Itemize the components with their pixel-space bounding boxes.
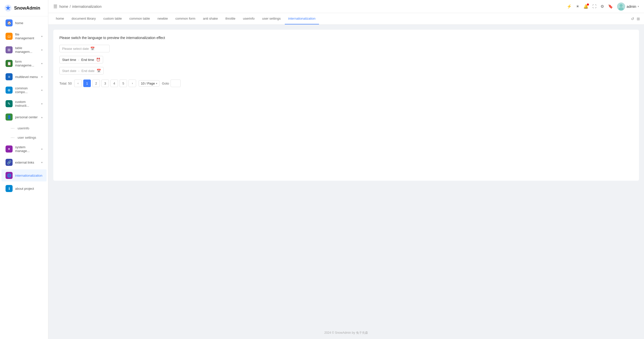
- user-area[interactable]: admin ▾: [617, 3, 639, 11]
- goto-label: Goto: [162, 82, 169, 85]
- custom-instructions-icon: ✎: [6, 100, 13, 107]
- home-icon: 🏠: [6, 19, 13, 26]
- chevron-icon: ▾: [41, 35, 43, 38]
- page-button-5[interactable]: 5: [119, 80, 127, 87]
- sidebar-item-home[interactable]: 🏠 home: [2, 17, 47, 29]
- end-date-label: End date: [82, 69, 95, 73]
- sidebar-label-common-components: common compo...: [15, 86, 39, 94]
- next-page-button[interactable]: ›: [129, 80, 136, 87]
- topbar-left: ☰ home / internationalization: [53, 4, 102, 9]
- common-components-icon: ⊕: [6, 87, 13, 94]
- settings-icon[interactable]: ⚙: [600, 4, 604, 9]
- footer-text: 2024 © SnowAdmin by 兔子先森: [324, 331, 368, 334]
- tab-throttle[interactable]: throttle: [222, 13, 239, 24]
- tab-user-settings[interactable]: user settings: [259, 13, 284, 24]
- per-page-select[interactable]: 10 / Page ▾: [139, 80, 159, 87]
- sidebar-label-multilevel-menu: multilevel menu: [15, 75, 39, 79]
- tab-internationalization[interactable]: internationalization: [285, 13, 319, 24]
- tab-document-library[interactable]: document library: [68, 13, 99, 24]
- goto-input[interactable]: [171, 80, 181, 87]
- topbar-right: ⚡ ☀ 🔔 ⛶ ⚙ 🔖 admin ▾: [567, 3, 639, 11]
- translate-icon[interactable]: ⚡: [567, 4, 572, 9]
- sidebar-item-about-project[interactable]: ℹ about project: [2, 182, 47, 195]
- tab-grid-icon[interactable]: ⊞: [637, 17, 640, 21]
- logo-icon: [4, 4, 12, 12]
- chevron-icon: ▾: [41, 49, 43, 51]
- per-page-label: 10 / Page: [141, 82, 155, 85]
- sidebar-item-table-management[interactable]: ⊞ table managem... ▾: [2, 44, 47, 56]
- start-date-label: Start date: [62, 69, 76, 73]
- tab-anti-shake[interactable]: anti shake: [199, 13, 221, 24]
- brightness-icon[interactable]: ☀: [576, 4, 579, 9]
- tab-custom-table[interactable]: custom table: [100, 13, 126, 24]
- file-management-icon: 🗂: [6, 33, 13, 40]
- page-button-2[interactable]: 2: [92, 80, 100, 87]
- end-time-label: End time: [81, 58, 94, 62]
- breadcrumb: home / internationalization: [59, 5, 102, 9]
- sidebar-label-home: home: [15, 21, 43, 25]
- personal-center-icon: 👤: [6, 114, 13, 121]
- footer: 2024 © SnowAdmin by 兔子先森: [48, 327, 644, 339]
- sidebar-item-custom-instructions[interactable]: ✎ custom instructi... ▾: [2, 97, 47, 110]
- chevron-icon: ▾: [41, 62, 43, 65]
- tab-home[interactable]: home: [52, 13, 68, 24]
- main-area: ☰ home / internationalization ⚡ ☀ 🔔 ⛶ ⚙ …: [48, 0, 644, 339]
- chevron-icon: ▾: [41, 102, 43, 105]
- sidebar-item-external-links[interactable]: 🔗 external links ▾: [2, 156, 47, 168]
- time-range-picker[interactable]: Start time - End time ⏰: [59, 56, 103, 63]
- chevron-icon: ▾: [41, 148, 43, 150]
- start-time-label: Start time: [62, 58, 76, 62]
- tab-common-table[interactable]: common table: [126, 13, 153, 24]
- notification-icon[interactable]: 🔔: [583, 4, 588, 9]
- sidebar-item-personal-center[interactable]: 👤 personal center ▴: [2, 111, 47, 123]
- page-button-4[interactable]: 4: [110, 80, 118, 87]
- tab-nav: home document library custom table commo…: [48, 13, 644, 25]
- sidebar-label-file-management: file management: [15, 32, 39, 40]
- fullscreen-icon[interactable]: ⛶: [592, 4, 596, 9]
- sidebar-subitem-label-userinfo: userinfo: [18, 126, 29, 130]
- sidebar-subitem-userinfo[interactable]: ⋯ userinfo: [2, 124, 47, 133]
- sidebar-item-internationalization[interactable]: 🌐 internationalization: [2, 169, 47, 181]
- sidebar-label-internationalization: internationalization: [15, 174, 43, 177]
- page-button-1[interactable]: 1: [83, 80, 91, 87]
- sidebar-logo: SnowAdmin: [0, 0, 48, 16]
- calendar-icon: 📅: [90, 47, 95, 51]
- sidebar-subitem-label-user-settings: user settings: [18, 136, 36, 139]
- bookmark-icon[interactable]: 🔖: [608, 4, 613, 9]
- tab-newbie[interactable]: newbie: [154, 13, 171, 24]
- breadcrumb-current: internationalization: [72, 5, 102, 9]
- time-range-row: Start time - End time ⏰: [59, 56, 633, 63]
- form-management-icon: 📋: [6, 60, 13, 67]
- calendar-range-icon: 📅: [97, 69, 101, 73]
- tab-refresh-icon[interactable]: ↺: [631, 17, 634, 21]
- table-management-icon: ⊞: [6, 46, 13, 53]
- tab-common-form[interactable]: common form: [172, 13, 199, 24]
- tab-userinfo[interactable]: userinfo: [239, 13, 258, 24]
- sidebar-item-form-management[interactable]: 📋 form manageme... ▾: [2, 57, 47, 70]
- system-management-icon: ✦: [6, 145, 13, 153]
- per-page-chevron-icon: ▾: [156, 82, 157, 85]
- sidebar-subitem-user-settings[interactable]: ⋯ user settings: [2, 133, 47, 142]
- notification-dot: [587, 4, 589, 6]
- internationalization-icon: 🌐: [6, 172, 13, 179]
- topbar: ☰ home / internationalization ⚡ ☀ 🔔 ⛶ ⚙ …: [48, 0, 644, 13]
- user-avatar: [617, 3, 625, 11]
- preview-text: Please switch the language to preview th…: [59, 36, 633, 40]
- about-project-icon: ℹ: [6, 185, 13, 192]
- sidebar: SnowAdmin 🏠 home 🗂 file management ▾ ⊞ t…: [0, 0, 48, 339]
- date-picker[interactable]: Please select date 📅: [59, 45, 110, 52]
- sidebar-item-multilevel-menu[interactable]: ≡ multilevel menu ▾: [2, 71, 47, 83]
- date-range-picker[interactable]: Start date - End date 📅: [59, 67, 104, 74]
- content-area: Please switch the language to preview th…: [48, 25, 644, 327]
- sidebar-item-common-components[interactable]: ⊕ common compo... ▾: [2, 84, 47, 96]
- dots-icon: ⋯: [11, 135, 15, 140]
- total-info: Total: 50: [59, 82, 72, 85]
- sidebar-item-system-management[interactable]: ✦ system manage... ▾: [2, 143, 47, 155]
- page-button-3[interactable]: 3: [101, 80, 109, 87]
- menu-toggle-button[interactable]: ☰: [53, 4, 57, 9]
- sidebar-label-form-management: form manageme...: [15, 60, 39, 67]
- tab-nav-right: ↺ ⊞: [631, 17, 640, 21]
- breadcrumb-home[interactable]: home: [59, 5, 68, 9]
- sidebar-item-file-management[interactable]: 🗂 file management ▾: [2, 30, 47, 43]
- prev-page-button[interactable]: ‹: [74, 80, 82, 87]
